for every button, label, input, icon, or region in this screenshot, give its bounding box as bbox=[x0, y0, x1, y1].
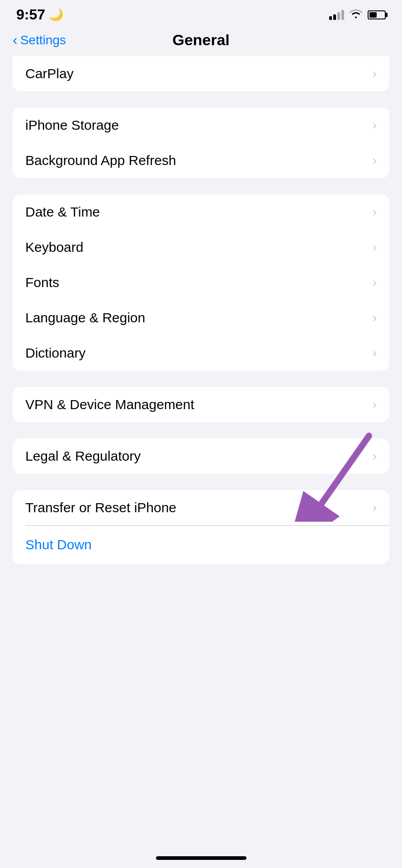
signal-bar-2 bbox=[333, 14, 336, 20]
fonts-chevron-icon: › bbox=[373, 276, 377, 289]
carplay-label: CarPlay bbox=[25, 66, 74, 81]
bottom-card-group: Transfer or Reset iPhone › Shut Down bbox=[13, 490, 389, 564]
vpn-label: VPN & Device Management bbox=[25, 397, 194, 412]
background-refresh-label: Background App Refresh bbox=[25, 153, 176, 168]
carplay-item[interactable]: CarPlay › bbox=[13, 56, 389, 91]
signal-icon bbox=[329, 10, 344, 20]
legal-label: Legal & Regulatory bbox=[25, 448, 141, 464]
back-button[interactable]: ‹ Settings bbox=[13, 33, 66, 47]
status-bar: 9:57 🌙 bbox=[0, 0, 402, 28]
vpn-chevron-icon: › bbox=[373, 398, 377, 411]
vpn-group: VPN & Device Management › bbox=[13, 387, 389, 422]
time-display: 9:57 bbox=[16, 6, 45, 23]
shut-down-label: Shut Down bbox=[25, 537, 92, 552]
background-refresh-item[interactable]: Background App Refresh › bbox=[13, 143, 389, 178]
background-refresh-chevron-icon: › bbox=[373, 154, 377, 167]
dictionary-item[interactable]: Dictionary › bbox=[13, 335, 389, 371]
legal-item[interactable]: Legal & Regulatory › bbox=[13, 439, 389, 474]
back-label: Settings bbox=[20, 33, 66, 47]
iphone-storage-label: iPhone Storage bbox=[25, 118, 119, 133]
language-region-chevron-icon: › bbox=[373, 311, 377, 324]
transfer-reset-chevron-icon: › bbox=[373, 501, 377, 514]
transfer-reset-label: Transfer or Reset iPhone bbox=[25, 500, 176, 515]
carplay-chevron-icon: › bbox=[373, 67, 377, 80]
vpn-item[interactable]: VPN & Device Management › bbox=[13, 387, 389, 422]
locale-group: Date & Time › Keyboard › Fonts › Languag… bbox=[13, 194, 389, 371]
fonts-label: Fonts bbox=[25, 275, 59, 290]
date-time-label: Date & Time bbox=[25, 204, 100, 220]
shut-down-item[interactable]: Shut Down bbox=[13, 525, 389, 564]
language-region-label: Language & Region bbox=[25, 310, 145, 326]
keyboard-item[interactable]: Keyboard › bbox=[13, 230, 389, 265]
storage-group: iPhone Storage › Background App Refresh … bbox=[13, 108, 389, 178]
status-icons bbox=[329, 9, 386, 21]
legal-chevron-icon: › bbox=[373, 450, 377, 462]
transfer-reset-item[interactable]: Transfer or Reset iPhone › bbox=[13, 490, 389, 525]
signal-bar-3 bbox=[337, 12, 340, 20]
date-time-chevron-icon: › bbox=[373, 206, 377, 218]
battery-fill bbox=[369, 12, 377, 18]
fonts-item[interactable]: Fonts › bbox=[13, 265, 389, 300]
language-region-item[interactable]: Language & Region › bbox=[13, 300, 389, 335]
page-title: General bbox=[172, 31, 230, 49]
wifi-icon bbox=[350, 9, 362, 21]
home-indicator bbox=[156, 856, 246, 860]
dictionary-label: Dictionary bbox=[25, 345, 85, 361]
status-time: 9:57 🌙 bbox=[16, 6, 63, 23]
keyboard-chevron-icon: › bbox=[373, 241, 377, 254]
battery-icon bbox=[368, 10, 386, 19]
dictionary-chevron-icon: › bbox=[373, 347, 377, 359]
moon-icon: 🌙 bbox=[49, 8, 63, 22]
carplay-group: CarPlay › bbox=[13, 56, 389, 91]
signal-bar-4 bbox=[341, 10, 344, 20]
keyboard-label: Keyboard bbox=[25, 240, 83, 255]
iphone-storage-item[interactable]: iPhone Storage › bbox=[13, 108, 389, 143]
back-chevron-icon: ‹ bbox=[13, 33, 18, 47]
legal-group: Legal & Regulatory › bbox=[13, 439, 389, 474]
date-time-item[interactable]: Date & Time › bbox=[13, 194, 389, 230]
bottom-section: Transfer or Reset iPhone › Shut Down bbox=[13, 490, 389, 564]
nav-header: ‹ Settings General bbox=[0, 28, 402, 56]
settings-content: CarPlay › iPhone Storage › Background Ap… bbox=[0, 56, 402, 564]
iphone-storage-chevron-icon: › bbox=[373, 119, 377, 132]
signal-bar-1 bbox=[329, 16, 332, 20]
